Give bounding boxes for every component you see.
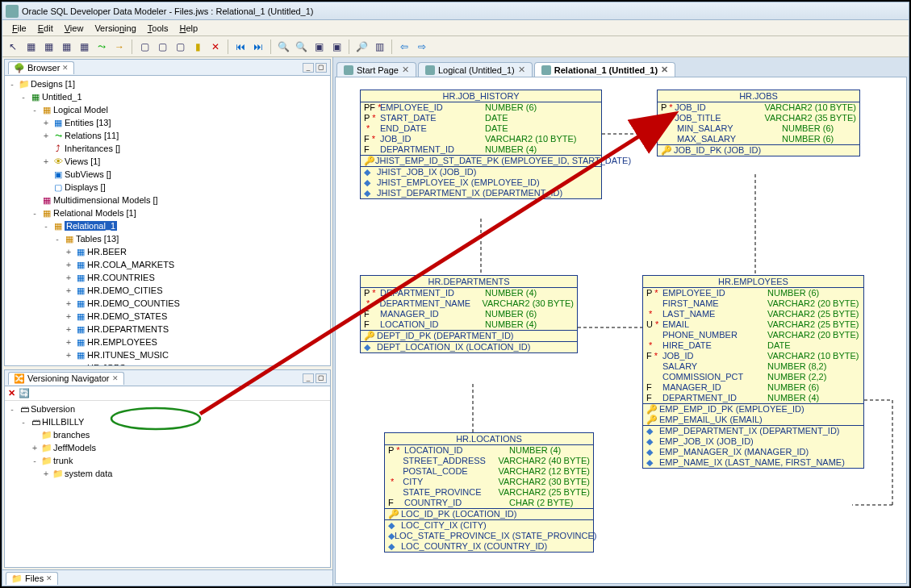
menu-file[interactable]: File (7, 22, 31, 35)
tree-table[interactable]: +▦HR.ITUNES_MUSIC (6, 348, 328, 361)
tree-table[interactable]: +▦HR.BEER (6, 245, 328, 258)
browser-panel: 🌳 Browser ✕ _ ▢ -📁Designs [1] -▦Untitled… (4, 59, 331, 366)
tab-start-page[interactable]: Start Page✕ (336, 62, 416, 77)
minimize-icon[interactable]: _ (303, 373, 314, 383)
tree-table[interactable]: +▦HR.DEMO_COUNTIES (6, 297, 328, 310)
entity-index: ◆EMP_DEPARTMENT_IX (DEPARTMENT_ID) (643, 426, 863, 436)
entity-job_history[interactable]: HR.JOB_HISTORYPF *EMPLOYEE_IDNUMBER (6)P… (360, 90, 602, 199)
files-tab[interactable]: 📁 Files ✕ (6, 572, 58, 585)
tool-fit-icon[interactable]: ▣ (311, 40, 326, 54)
tool-delete-icon[interactable]: ✕ (208, 40, 223, 54)
tool-region-icon[interactable]: ▣ (329, 40, 344, 54)
close-icon[interactable]: ✕ (46, 574, 52, 582)
relmodel-icon: ▦ (52, 220, 65, 231)
displays-icon: ▢ (52, 181, 65, 193)
tool-back-icon[interactable]: ⇦ (397, 40, 412, 54)
tool-select-icon[interactable]: ↖ (6, 40, 20, 54)
tool-last-icon[interactable]: ⏭ (251, 40, 265, 54)
menu-edit[interactable]: Edit (33, 22, 58, 35)
tool-fwd-icon[interactable]: ⇨ (415, 40, 429, 54)
browser-tab[interactable]: 🌳 Browser ✕ (8, 61, 74, 74)
views-icon: 👁 (52, 156, 65, 167)
menu-view[interactable]: View (60, 22, 89, 35)
entity-locations[interactable]: HR.LOCATIONSP *LOCATION_IDNUMBER (4) STR… (384, 432, 594, 553)
close-icon[interactable]: ✕ (518, 65, 525, 75)
entity-column: *JOB_TITLEVARCHAR2 (35 BYTE) (658, 113, 859, 123)
tool-nav-icon[interactable]: ⤳ (94, 40, 109, 54)
key-icon: 🔑 (646, 415, 659, 425)
tool-first-icon[interactable]: ⏮ (233, 40, 248, 54)
menu-tools[interactable]: Tools (143, 22, 173, 35)
entity-column: PF *EMPLOYEE_IDNUMBER (6) (361, 102, 601, 113)
versioning-tree[interactable]: -🗃Subversion -🗃HILLBILLY 📁branches +📁Jef… (5, 401, 330, 567)
tree-multi: ▦Multidimensional Models [] (6, 194, 328, 206)
tree-root: -📁Designs [1] (6, 77, 328, 90)
entity-index: ◆DEPT_LOCATION_IX (LOCATION_ID) (361, 342, 577, 352)
svn-branches: 📁branches (6, 428, 328, 441)
tool-box3-icon[interactable]: ▢ (173, 40, 187, 54)
tool-zoomout-icon[interactable]: 🔍 (294, 40, 308, 54)
menu-help[interactable]: Help (174, 22, 203, 35)
minimize-icon[interactable]: _ (303, 63, 314, 73)
entity-index: ◆JHIST_DEPARTMENT_IX (DEPARTMENT_ID) (361, 188, 601, 198)
tree-table[interactable]: +▦HR.COLA_MARKETS (6, 258, 328, 271)
entity-column: STREET_ADDRESSVARCHAR2 (40 BYTE) (385, 456, 593, 466)
tree-table[interactable]: +▦HR.DEMO_CITIES (6, 284, 328, 297)
entity-key: 🔑JOB_ID_PK (JOB_ID) (658, 145, 859, 156)
tool-table-icon[interactable]: ▦ (23, 40, 38, 54)
tool-box2-icon[interactable]: ▢ (155, 40, 169, 54)
tool-view-icon[interactable]: ▦ (77, 40, 91, 54)
tool-layers-icon[interactable]: ▥ (372, 40, 387, 54)
folder-icon: 📁 (18, 78, 31, 90)
tree-table[interactable]: +▦HR.DEMO_STATES (6, 310, 328, 323)
entity-jobs[interactable]: HR.JOBSP *JOB_IDVARCHAR2 (10 BYTE) *JOB_… (657, 90, 860, 156)
key-icon: 🔑 (364, 331, 377, 341)
entity-column: *LAST_NAMEVARCHAR2 (25 BYTE) (643, 309, 863, 319)
tool-arrow-icon[interactable]: → (112, 40, 127, 54)
versioning-toolbar: ✕ 🔄 (5, 386, 330, 401)
versioning-tab[interactable]: 🔀 Versioning Navigator ✕ (8, 372, 124, 385)
entity-employees[interactable]: HR.EMPLOYEESP *EMPLOYEE_IDNUMBER (6) FIR… (642, 275, 864, 469)
diagram-canvas[interactable]: HR.JOB_HISTORYPF *EMPLOYEE_IDNUMBER (6)P… (335, 77, 907, 584)
browser-tree[interactable]: -📁Designs [1] -▦Untitled_1 -▦Logical Mod… (5, 76, 330, 365)
maximize-icon[interactable]: ▢ (316, 63, 327, 73)
entity-key: 🔑EMP_EMP_ID_PK (EMPLOYEE_ID) (643, 404, 863, 415)
files-tabbar: 📁 Files ✕ (2, 569, 332, 586)
tool-zoomin-icon[interactable]: 🔍 (276, 40, 290, 54)
tab-relational[interactable]: Relational_1 (Untitled_1)✕ (534, 62, 675, 77)
tables-icon: ▦ (63, 233, 76, 244)
table-label: HR.DEPARTMENTS (87, 324, 169, 334)
table-icon: ▦ (74, 285, 87, 296)
versioning-tabbar: 🔀 Versioning Navigator ✕ _ ▢ (5, 370, 330, 386)
close-icon[interactable]: ✕ (661, 65, 668, 75)
tool-new-icon[interactable]: ▦ (41, 40, 56, 54)
tab-logical[interactable]: Logical (Untitled_1)✕ (418, 62, 533, 77)
delete-icon[interactable]: ✕ (8, 388, 15, 398)
titlebar[interactable]: Oracle SQL Developer Data Modeler - File… (2, 2, 909, 20)
tool-note-icon[interactable]: ▮ (190, 40, 205, 54)
tool-find-icon[interactable]: 🔎 (354, 40, 369, 54)
tool-entity-icon[interactable]: ▦ (59, 40, 73, 54)
separator (391, 40, 392, 54)
tree-table[interactable]: +▦HR.EMPLOYEES (6, 336, 328, 348)
entity-departments[interactable]: HR.DEPARTMENTSP *DEPARTMENT_IDNUMBER (4)… (360, 275, 578, 353)
separator (132, 40, 132, 54)
separator (349, 40, 349, 54)
close-icon[interactable]: ✕ (112, 374, 119, 382)
svn-icon: 🗃 (18, 403, 31, 415)
maximize-icon[interactable]: ▢ (316, 373, 327, 383)
index-icon: ◆ (646, 457, 659, 468)
refresh-icon[interactable]: 🔄 (19, 388, 30, 398)
tree-table[interactable]: +▦HR.DEPARTMENTS (6, 323, 328, 336)
close-icon[interactable]: ✕ (402, 65, 409, 75)
tree-table[interactable]: +▦HR.COUNTRIES (6, 271, 328, 284)
entity-column: *HIRE_DATEDATE (643, 340, 863, 351)
menu-versioning[interactable]: Versioning (90, 22, 140, 35)
close-icon[interactable]: ✕ (62, 64, 69, 72)
entity-column: F MANAGER_IDNUMBER (6) (361, 309, 577, 319)
page-icon (344, 65, 353, 75)
tool-box1-icon[interactable]: ▢ (137, 40, 152, 54)
tree-table[interactable]: +▦HR.JOBS (6, 361, 328, 365)
tree-entities: +▦Entities [13] (6, 116, 328, 129)
entity-indexes: ◆LOC_CITY_IX (CITY)◆LOC_STATE_PROVINCE_I… (385, 520, 593, 552)
